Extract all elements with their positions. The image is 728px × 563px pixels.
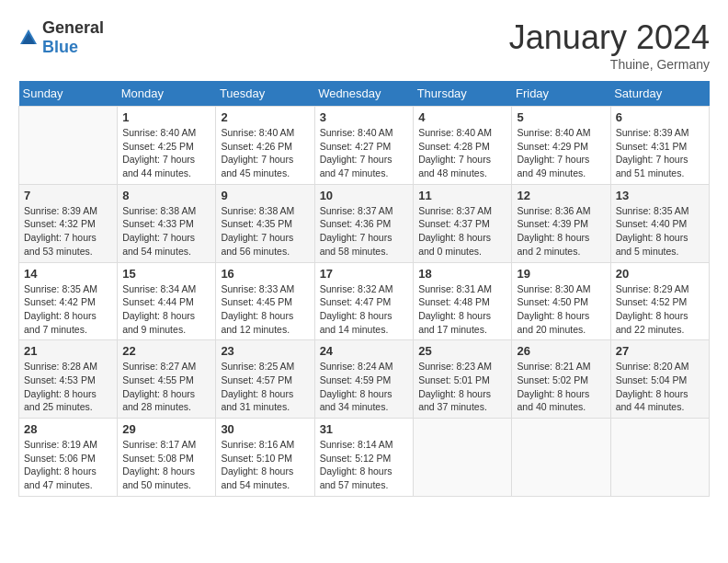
week-row-4: 21Sunrise: 8:28 AMSunset: 4:53 PMDayligh… xyxy=(19,340,710,419)
calendar-cell: 6Sunrise: 8:39 AMSunset: 4:31 PMDaylight… xyxy=(610,107,709,185)
page-header: General Blue January 2024 Thuine, German… xyxy=(18,18,710,72)
day-info: Sunrise: 8:16 AMSunset: 5:10 PMDaylight:… xyxy=(221,438,309,492)
logo-icon xyxy=(18,28,39,48)
logo-general-text: General xyxy=(42,18,104,37)
day-number: 14 xyxy=(24,267,112,281)
day-info: Sunrise: 8:30 AMSunset: 4:50 PMDaylight:… xyxy=(517,282,605,337)
title-area: January 2024 Thuine, Germany xyxy=(509,18,710,72)
calendar-cell: 23Sunrise: 8:25 AMSunset: 4:57 PMDayligh… xyxy=(216,340,314,419)
day-number: 17 xyxy=(320,267,409,281)
calendar-cell: 7Sunrise: 8:39 AMSunset: 4:32 PMDaylight… xyxy=(19,184,118,262)
day-info: Sunrise: 8:21 AMSunset: 5:02 PMDaylight:… xyxy=(517,360,605,414)
calendar-cell: 24Sunrise: 8:24 AMSunset: 4:59 PMDayligh… xyxy=(314,340,414,419)
week-row-3: 14Sunrise: 8:35 AMSunset: 4:42 PMDayligh… xyxy=(19,262,710,340)
calendar-cell: 3Sunrise: 8:40 AMSunset: 4:27 PMDaylight… xyxy=(314,107,414,185)
calendar-cell: 21Sunrise: 8:28 AMSunset: 4:53 PMDayligh… xyxy=(19,340,118,419)
calendar-cell: 14Sunrise: 8:35 AMSunset: 4:42 PMDayligh… xyxy=(19,262,118,340)
day-info: Sunrise: 8:40 AMSunset: 4:25 PMDaylight:… xyxy=(122,126,210,180)
day-info: Sunrise: 8:29 AMSunset: 4:52 PMDaylight:… xyxy=(616,282,704,337)
calendar-cell: 1Sunrise: 8:40 AMSunset: 4:25 PMDaylight… xyxy=(118,107,216,185)
day-number: 24 xyxy=(320,344,409,358)
calendar-header-row: SundayMondayTuesdayWednesdayThursdayFrid… xyxy=(19,81,710,107)
day-info: Sunrise: 8:14 AMSunset: 5:12 PMDaylight:… xyxy=(320,438,409,492)
calendar-cell: 4Sunrise: 8:40 AMSunset: 4:28 PMDaylight… xyxy=(414,107,512,185)
day-info: Sunrise: 8:39 AMSunset: 4:31 PMDaylight:… xyxy=(616,126,704,180)
day-number: 8 xyxy=(122,189,210,202)
day-number: 31 xyxy=(320,422,409,436)
day-info: Sunrise: 8:19 AMSunset: 5:06 PMDaylight:… xyxy=(24,438,112,492)
day-info: Sunrise: 8:39 AMSunset: 4:32 PMDaylight:… xyxy=(24,204,112,259)
day-info: Sunrise: 8:34 AMSunset: 4:44 PMDaylight:… xyxy=(122,282,210,337)
day-info: Sunrise: 8:28 AMSunset: 4:53 PMDaylight:… xyxy=(24,360,112,414)
day-number: 29 xyxy=(122,422,210,436)
calendar-cell: 25Sunrise: 8:23 AMSunset: 5:01 PMDayligh… xyxy=(414,340,512,419)
day-number: 7 xyxy=(24,189,112,202)
calendar-cell: 30Sunrise: 8:16 AMSunset: 5:10 PMDayligh… xyxy=(216,419,314,497)
day-info: Sunrise: 8:24 AMSunset: 4:59 PMDaylight:… xyxy=(320,360,409,414)
calendar-cell: 15Sunrise: 8:34 AMSunset: 4:44 PMDayligh… xyxy=(118,262,216,340)
calendar-cell: 18Sunrise: 8:31 AMSunset: 4:48 PMDayligh… xyxy=(414,262,512,340)
day-info: Sunrise: 8:40 AMSunset: 4:28 PMDaylight:… xyxy=(418,126,506,180)
day-number: 23 xyxy=(221,344,309,358)
calendar-cell: 13Sunrise: 8:35 AMSunset: 4:40 PMDayligh… xyxy=(610,184,709,262)
day-number: 15 xyxy=(122,267,210,281)
day-info: Sunrise: 8:31 AMSunset: 4:48 PMDaylight:… xyxy=(418,282,506,337)
header-monday: Monday xyxy=(118,81,216,107)
day-info: Sunrise: 8:35 AMSunset: 4:40 PMDaylight:… xyxy=(616,204,704,259)
calendar-cell xyxy=(414,419,512,497)
calendar-cell xyxy=(19,107,118,185)
calendar-cell: 27Sunrise: 8:20 AMSunset: 5:04 PMDayligh… xyxy=(610,340,709,419)
logo-wordmark: General Blue xyxy=(42,18,104,57)
calendar-cell xyxy=(610,419,709,497)
day-info: Sunrise: 8:33 AMSunset: 4:45 PMDaylight:… xyxy=(221,282,309,337)
calendar-cell: 10Sunrise: 8:37 AMSunset: 4:36 PMDayligh… xyxy=(314,184,414,262)
day-info: Sunrise: 8:25 AMSunset: 4:57 PMDaylight:… xyxy=(221,360,309,414)
day-number: 3 xyxy=(320,110,409,124)
day-number: 9 xyxy=(221,189,309,202)
header-wednesday: Wednesday xyxy=(314,81,414,107)
day-number: 5 xyxy=(517,110,605,124)
day-number: 25 xyxy=(418,344,506,358)
day-number: 13 xyxy=(616,189,704,202)
day-number: 10 xyxy=(320,189,409,202)
day-number: 6 xyxy=(616,110,704,124)
week-row-2: 7Sunrise: 8:39 AMSunset: 4:32 PMDaylight… xyxy=(19,184,710,262)
day-info: Sunrise: 8:23 AMSunset: 5:01 PMDaylight:… xyxy=(418,360,506,414)
calendar-cell: 8Sunrise: 8:38 AMSunset: 4:33 PMDaylight… xyxy=(118,184,216,262)
calendar-cell: 29Sunrise: 8:17 AMSunset: 5:08 PMDayligh… xyxy=(118,419,216,497)
day-info: Sunrise: 8:17 AMSunset: 5:08 PMDaylight:… xyxy=(122,438,210,492)
header-saturday: Saturday xyxy=(610,81,709,107)
day-number: 21 xyxy=(24,344,112,358)
day-info: Sunrise: 8:38 AMSunset: 4:35 PMDaylight:… xyxy=(221,204,309,259)
month-title: January 2024 xyxy=(509,18,710,57)
day-number: 26 xyxy=(517,344,605,358)
day-info: Sunrise: 8:35 AMSunset: 4:42 PMDaylight:… xyxy=(24,282,112,337)
calendar-cell: 31Sunrise: 8:14 AMSunset: 5:12 PMDayligh… xyxy=(314,419,414,497)
day-number: 16 xyxy=(221,267,309,281)
day-number: 18 xyxy=(418,267,506,281)
day-number: 11 xyxy=(418,189,506,202)
day-info: Sunrise: 8:40 AMSunset: 4:26 PMDaylight:… xyxy=(221,126,309,180)
calendar-cell: 28Sunrise: 8:19 AMSunset: 5:06 PMDayligh… xyxy=(19,419,118,497)
day-info: Sunrise: 8:37 AMSunset: 4:37 PMDaylight:… xyxy=(418,204,506,259)
calendar-cell: 16Sunrise: 8:33 AMSunset: 4:45 PMDayligh… xyxy=(216,262,314,340)
header-friday: Friday xyxy=(512,81,610,107)
calendar-cell: 19Sunrise: 8:30 AMSunset: 4:50 PMDayligh… xyxy=(512,262,610,340)
day-info: Sunrise: 8:37 AMSunset: 4:36 PMDaylight:… xyxy=(320,204,409,259)
calendar-cell: 12Sunrise: 8:36 AMSunset: 4:39 PMDayligh… xyxy=(512,184,610,262)
calendar-cell: 20Sunrise: 8:29 AMSunset: 4:52 PMDayligh… xyxy=(610,262,709,340)
day-info: Sunrise: 8:40 AMSunset: 4:27 PMDaylight:… xyxy=(320,126,409,180)
location-label: Thuine, Germany xyxy=(509,57,710,72)
logo-blue-text: Blue xyxy=(42,38,78,56)
day-number: 28 xyxy=(24,422,112,436)
day-number: 22 xyxy=(122,344,210,358)
calendar-cell: 22Sunrise: 8:27 AMSunset: 4:55 PMDayligh… xyxy=(118,340,216,419)
header-sunday: Sunday xyxy=(19,81,118,107)
calendar-cell: 9Sunrise: 8:38 AMSunset: 4:35 PMDaylight… xyxy=(216,184,314,262)
day-number: 1 xyxy=(122,110,210,124)
day-number: 4 xyxy=(418,110,506,124)
day-number: 19 xyxy=(517,267,605,281)
header-tuesday: Tuesday xyxy=(216,81,314,107)
day-info: Sunrise: 8:32 AMSunset: 4:47 PMDaylight:… xyxy=(320,282,409,337)
day-number: 20 xyxy=(616,267,704,281)
